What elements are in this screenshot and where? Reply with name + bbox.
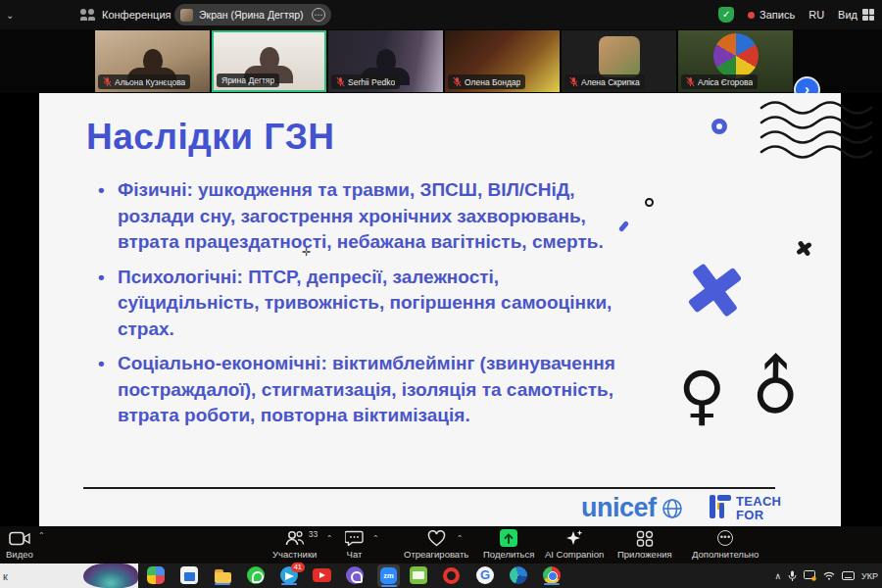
muted-mic-icon xyxy=(336,76,345,87)
participant-name: Олена Бондар xyxy=(465,77,520,87)
chat-bubble-icon xyxy=(345,530,364,546)
video-options-caret[interactable]: ⌃ xyxy=(38,531,45,540)
umbrella-photo xyxy=(713,33,759,78)
tray-keyboard-icon[interactable] xyxy=(842,571,855,580)
search-highlight-image[interactable] xyxy=(83,564,138,588)
microsoft-store-icon[interactable] xyxy=(180,566,199,585)
participant-name: Альона Кузнєцова xyxy=(115,77,185,87)
participant-nameplate: Альона Кузнєцова xyxy=(98,74,190,89)
ai-sparkle-icon xyxy=(564,529,584,547)
opera-icon[interactable] xyxy=(443,566,462,585)
participant-name: Ярина Дегтяр xyxy=(221,75,274,85)
tray-expand-icon[interactable]: ∧ xyxy=(774,571,781,581)
participant-nameplate: Олена Бондар xyxy=(448,74,525,89)
tray-language-indicator[interactable]: УКР xyxy=(861,571,878,581)
taskbar-search-box[interactable]: к xyxy=(0,564,138,588)
viber-icon[interactable] xyxy=(346,566,365,585)
participants-label: Участники xyxy=(272,549,317,560)
male-symbol-icon: ♂ xyxy=(728,340,822,434)
muted-mic-icon xyxy=(103,76,112,87)
chrome-icon[interactable] xyxy=(543,566,562,585)
bullet-physical: Фізичні: ушкодження та травми, ЗПСШ, ВІЛ… xyxy=(96,177,645,256)
black-cross-decoration xyxy=(795,239,814,259)
file-explorer-icon[interactable] xyxy=(214,566,232,585)
muted-mic-icon xyxy=(453,76,462,87)
react-caret[interactable]: ⌃ xyxy=(457,534,464,543)
telegram-badge: 41 xyxy=(291,563,305,572)
more-button[interactable]: ••• Дополнительно xyxy=(692,529,759,560)
teach-for-line1: TEACH xyxy=(736,495,781,509)
unicef-logo: unicef xyxy=(581,493,684,523)
participants-caret[interactable]: ⌃ xyxy=(326,534,333,543)
security-shield-icon[interactable]: ✓ xyxy=(718,7,734,23)
participant-tile[interactable]: Аліса Єгорова xyxy=(678,30,793,92)
tray-wifi-icon[interactable] xyxy=(823,571,835,580)
search-text: к xyxy=(3,570,8,582)
unicef-wordmark: unicef xyxy=(581,493,657,523)
shared-presentation-slide: Наслідки ГЗН Фізичні: ушкодження та трав… xyxy=(39,93,841,526)
tray-mic-icon[interactable] xyxy=(788,570,797,582)
language-indicator[interactable]: RU xyxy=(808,9,824,21)
screen-share-pill[interactable]: Экран (Ярина Дегтяр) ⋯ xyxy=(174,4,331,25)
chat-button[interactable]: ⌃ Чат xyxy=(345,529,364,560)
participant-tile[interactable]: Serhii Pedko xyxy=(328,30,443,92)
blue-ring-decoration xyxy=(711,119,727,134)
participant-tile[interactable]: Олена Бондар xyxy=(445,30,560,92)
view-grid-icon xyxy=(862,9,874,21)
share-label: Поделиться xyxy=(483,549,534,560)
recording-indicator[interactable]: Запись xyxy=(748,9,795,21)
apps-label: Приложения xyxy=(617,549,672,560)
ai-companion-label: AI Companion xyxy=(545,549,604,560)
telegram-icon[interactable]: 41 xyxy=(280,566,299,585)
meeting-tab[interactable]: Конференция xyxy=(80,9,171,21)
collapse-chevron-icon[interactable]: ⌄ xyxy=(6,10,20,21)
mail-app-icon[interactable] xyxy=(410,566,428,585)
youtube-icon[interactable] xyxy=(313,566,331,585)
edge-icon[interactable] xyxy=(510,566,528,585)
participant-nameplate: Serhii Pedko xyxy=(331,74,400,89)
video-label: Видео xyxy=(6,549,33,560)
react-label: Отреагировать xyxy=(404,549,468,560)
whatsapp-icon[interactable] xyxy=(247,566,266,585)
share-options-icon[interactable]: ⋯ xyxy=(312,8,325,22)
share-screen-button[interactable]: Поделиться xyxy=(483,529,534,560)
ai-companion-button[interactable]: AI Companion xyxy=(545,529,604,560)
bullet-socioeconomic: Соціально-економічні: віктимблеймінг (зв… xyxy=(96,351,645,429)
blue-cross-decoration xyxy=(682,258,747,322)
google-icon[interactable]: G xyxy=(476,566,495,585)
footer-divider-line xyxy=(83,487,775,489)
bullet-psychological: Психологічні: ПТСР, депресії, залежності… xyxy=(96,265,645,343)
more-label: Дополнительно xyxy=(692,549,759,560)
participants-icon xyxy=(285,530,305,546)
black-ring-decoration xyxy=(645,198,654,207)
windows-taskbar: к 41 zm G ∧ УКР xyxy=(0,564,882,588)
widgets-icon[interactable] xyxy=(147,566,166,585)
view-button[interactable]: Вид xyxy=(838,9,874,21)
participant-nameplate: Аліса Єгорова xyxy=(681,74,758,89)
muted-mic-icon xyxy=(569,76,578,87)
more-ellipsis-icon: ••• xyxy=(717,530,733,546)
participant-tile[interactable]: Алена Скрипка xyxy=(562,30,676,92)
record-dot-icon xyxy=(748,12,755,19)
teach-for-line2: FOR xyxy=(736,509,781,522)
participants-button[interactable]: 33 ⌃ Участники xyxy=(272,529,317,560)
participant-nameplate: Ярина Дегтяр xyxy=(217,74,279,87)
share-screen-icon xyxy=(500,529,517,547)
apps-icon xyxy=(636,530,654,547)
chat-caret[interactable]: ⌃ xyxy=(372,534,379,543)
participant-tile-active-speaker[interactable]: Ярина Дегтяр xyxy=(212,30,326,92)
tray-screen-icon[interactable] xyxy=(804,570,816,581)
video-button[interactable]: ⌃ Видео xyxy=(6,529,33,560)
muted-mic-icon xyxy=(686,76,695,87)
zoom-app-icon[interactable]: zm xyxy=(377,564,400,587)
screen-share-background xyxy=(0,93,39,526)
zoom-title-bar: ⌄ Конференция Экран (Ярина Дегтяр) ⋯ ✓ З… xyxy=(0,0,882,29)
teach-for-logo-icon xyxy=(710,495,731,518)
unicef-globe-icon xyxy=(661,497,684,520)
view-label: Вид xyxy=(838,9,858,21)
participant-tile[interactable]: Альона Кузнєцова xyxy=(95,30,210,92)
slide-title: Наслідки ГЗН xyxy=(86,117,335,158)
apps-button[interactable]: Приложения xyxy=(617,529,672,560)
meeting-people-icon xyxy=(80,9,96,21)
react-button[interactable]: ⌃ Отреагировать xyxy=(404,529,468,560)
